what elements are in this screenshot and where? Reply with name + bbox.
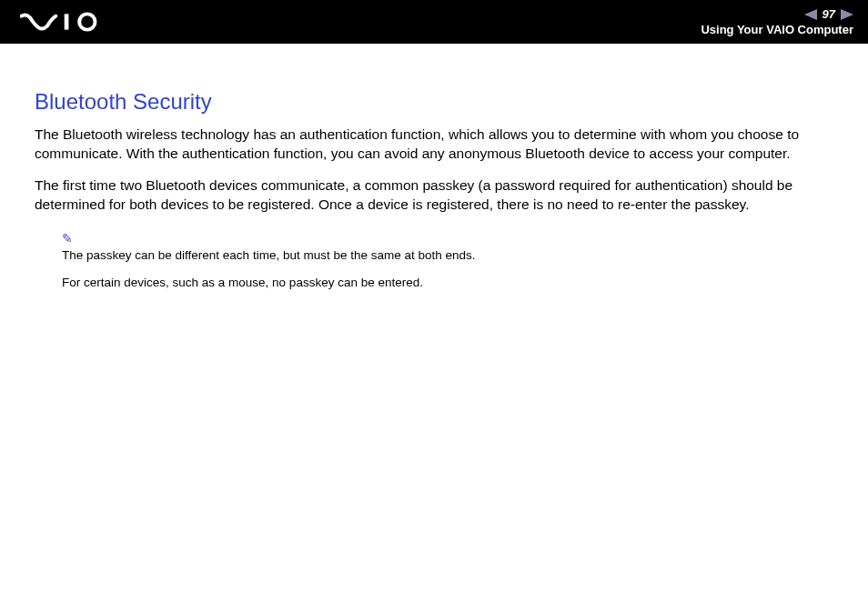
prev-page-arrow-icon[interactable] [804, 9, 817, 20]
document-header: 97 Using Your VAIO Computer [0, 0, 868, 44]
note-text: For certain devices, such as a mouse, no… [62, 275, 833, 291]
next-page-arrow-icon[interactable] [841, 9, 853, 20]
body-paragraph: The first time two Bluetooth devices com… [35, 176, 833, 215]
page-navigation: 97 [804, 7, 853, 21]
page-number: 97 [823, 7, 835, 21]
body-paragraph: The Bluetooth wireless technology has an… [35, 126, 833, 164]
svg-marker-2 [804, 9, 817, 20]
note-pencil-icon: ✎ [62, 231, 833, 246]
svg-rect-0 [65, 14, 69, 29]
vaio-logo [20, 12, 120, 32]
svg-marker-3 [841, 9, 853, 20]
page-heading: Bluetooth Security [35, 89, 833, 115]
document-content: Bluetooth Security The Bluetooth wireles… [0, 44, 868, 291]
header-right: 97 Using Your VAIO Computer [701, 7, 853, 36]
section-label: Using Your VAIO Computer [701, 23, 853, 36]
svg-point-1 [79, 14, 95, 29]
note-block: ✎ The passkey can be different each time… [62, 231, 833, 291]
note-text: The passkey can be different each time, … [62, 247, 833, 264]
